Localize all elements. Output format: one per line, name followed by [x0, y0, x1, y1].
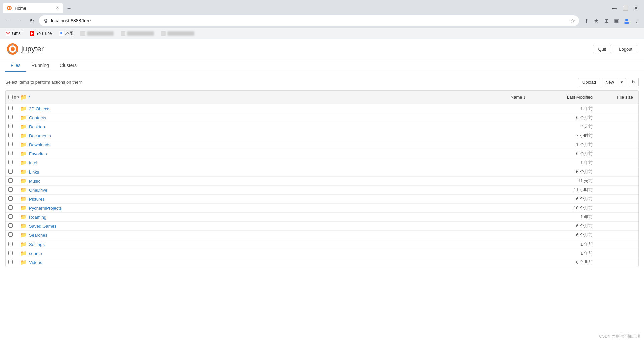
svg-point-2	[9, 7, 10, 9]
row-name-col: 📁 Videos	[20, 259, 528, 265]
row-name-col: 📁 Roaming	[20, 214, 528, 220]
window-close-button[interactable]: ✕	[632, 4, 640, 12]
row-checkbox-1[interactable]	[8, 115, 13, 119]
breadcrumb-path[interactable]: /	[29, 95, 30, 100]
row-checkbox-9[interactable]	[8, 187, 13, 192]
file-link[interactable]: Videos	[29, 260, 42, 265]
action-buttons: Upload New ▾ ↻	[578, 78, 639, 86]
row-checkbox-12[interactable]	[8, 214, 13, 219]
bookmark-youtube[interactable]: YouTube	[26, 30, 54, 37]
tab-running[interactable]: Running	[26, 59, 54, 72]
name-column-header[interactable]: Name ↓	[508, 93, 528, 102]
row-checkbox-15[interactable]	[8, 242, 13, 246]
file-link[interactable]: Music	[29, 179, 40, 184]
profile-icon[interactable]	[622, 16, 631, 25]
url-text: localhost:8888/tree	[51, 18, 568, 23]
bookmark-blurred-2[interactable]	[118, 30, 157, 37]
upload-button[interactable]: Upload	[578, 78, 600, 86]
file-link[interactable]: Searches	[29, 233, 47, 238]
row-checkbox-col	[8, 151, 20, 156]
file-link[interactable]: Pictures	[29, 197, 45, 202]
file-rows-container: 📁 3D Objects 1 年前 📁 Contacts 6 个月前 📁 Des…	[6, 104, 638, 267]
file-link[interactable]: OneDrive	[29, 188, 47, 193]
bookmarks-bar: Gmail YouTube 地图	[0, 28, 644, 39]
row-checkbox-8[interactable]	[8, 178, 13, 183]
logout-button[interactable]: Logout	[614, 45, 637, 53]
star-icon[interactable]: ☆	[570, 18, 575, 24]
row-checkbox-col	[8, 214, 20, 220]
file-size-column-header[interactable]: File size	[595, 93, 636, 102]
row-checkbox-7[interactable]	[8, 169, 13, 174]
row-checkbox-14[interactable]	[8, 232, 13, 237]
watermark: CSDN @唐僧不懂玩现	[599, 334, 640, 339]
file-table-header: 0 ▾ 📁 / Name ↓ Last Modified File size	[6, 91, 638, 104]
table-row: 📁 Downloads 1 个月前	[6, 140, 638, 149]
sidebar-icon[interactable]: ▣	[612, 16, 621, 25]
new-button[interactable]: New	[602, 78, 618, 86]
row-checkbox-5[interactable]	[8, 151, 13, 155]
row-modified-col: 6 个月前	[528, 259, 595, 265]
tab-files[interactable]: Files	[5, 59, 26, 72]
file-link[interactable]: Saved Games	[29, 224, 56, 229]
file-link[interactable]: Links	[29, 169, 39, 175]
new-dropdown-button[interactable]: ▾	[618, 78, 626, 86]
tab-close-button[interactable]: ×	[56, 5, 59, 11]
forward-button[interactable]: →	[15, 16, 24, 25]
folder-icon: 📁	[20, 142, 27, 148]
last-modified-column-header[interactable]: Last Modified	[528, 93, 595, 102]
row-checkbox-16[interactable]	[8, 251, 13, 255]
row-checkbox-17[interactable]	[8, 260, 13, 264]
window-maximize-button[interactable]: ⬜	[621, 4, 629, 12]
file-link[interactable]: PycharmProjects	[29, 206, 62, 211]
row-checkbox-4[interactable]	[8, 142, 13, 146]
row-checkbox-0[interactable]	[8, 106, 13, 110]
file-link[interactable]: Roaming	[29, 215, 46, 220]
file-link[interactable]: Documents	[29, 133, 51, 138]
file-link[interactable]: Desktop	[29, 124, 45, 129]
svg-point-18	[11, 47, 15, 51]
file-link[interactable]: Settings	[29, 242, 45, 247]
file-link[interactable]: 3D Objects	[29, 106, 50, 111]
table-row: 📁 source 1 年前	[6, 249, 638, 258]
bookmark-blurred-3[interactable]	[158, 30, 197, 37]
jupyter-logo-icon	[7, 43, 19, 55]
table-row: 📁 3D Objects 1 年前	[6, 104, 638, 113]
bookmark-blurred-1[interactable]	[77, 30, 116, 37]
back-button[interactable]: ←	[3, 16, 12, 25]
folder-icon: 📁	[20, 241, 27, 247]
row-checkbox-2[interactable]	[8, 124, 13, 128]
dropdown-arrow[interactable]: ▾	[17, 95, 19, 99]
row-name-col: 📁 Favorites	[20, 151, 528, 157]
row-checkbox-13[interactable]	[8, 223, 13, 228]
address-bar[interactable]: localhost:8888/tree ☆	[39, 15, 579, 26]
row-checkbox-10[interactable]	[8, 196, 13, 201]
quit-button[interactable]: Quit	[593, 45, 611, 53]
share-icon[interactable]: ⬆	[582, 16, 591, 25]
file-link[interactable]: Contacts	[29, 115, 46, 120]
row-checkbox-3[interactable]	[8, 133, 13, 137]
tab-clusters[interactable]: Clusters	[54, 59, 82, 72]
new-tab-button[interactable]: +	[64, 4, 74, 13]
row-checkbox-col	[8, 232, 20, 238]
tab-groups-icon[interactable]: ⊞	[602, 16, 611, 25]
active-tab[interactable]: Home ×	[3, 3, 63, 13]
jupyter-header: jupyter Quit Logout	[0, 39, 644, 59]
row-checkbox-11[interactable]	[8, 205, 13, 210]
row-checkbox-col	[8, 223, 20, 229]
refresh-button[interactable]: ↻	[27, 16, 36, 25]
bookmark-maps[interactable]: 地图	[56, 30, 76, 37]
file-link[interactable]: Intel	[29, 160, 37, 165]
file-link[interactable]: Downloads	[29, 142, 50, 147]
refresh-files-button[interactable]: ↻	[629, 78, 639, 86]
bookmark-gmail[interactable]: Gmail	[3, 30, 25, 37]
svg-rect-4	[45, 21, 47, 23]
menu-icon[interactable]: ⋮	[632, 16, 641, 25]
select-all-checkbox[interactable]	[8, 95, 13, 99]
row-modified-col: 6 个月前	[528, 223, 595, 229]
row-checkbox-6[interactable]	[8, 160, 13, 164]
bookmark-icon[interactable]: ★	[592, 16, 601, 25]
file-link[interactable]: Favorites	[29, 151, 47, 156]
window-minimize-button[interactable]: —	[610, 4, 619, 12]
file-link[interactable]: source	[29, 251, 42, 256]
row-checkbox-col	[8, 142, 20, 147]
